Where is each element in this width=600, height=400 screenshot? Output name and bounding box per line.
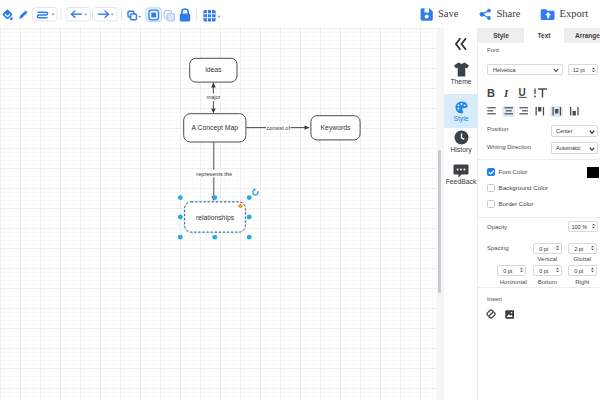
svg-text:U: U bbox=[519, 87, 526, 98]
svg-text:consist of: consist of bbox=[266, 125, 290, 131]
svg-text:I: I bbox=[503, 87, 509, 99]
svg-text:Keywords: Keywords bbox=[321, 124, 351, 132]
svg-text:major: major bbox=[207, 94, 221, 100]
svg-text:relationships: relationships bbox=[196, 214, 235, 222]
svg-text:A Concept Map: A Concept Map bbox=[192, 124, 239, 132]
svg-text:ideas: ideas bbox=[205, 66, 222, 73]
svg-text:represents the: represents the bbox=[196, 171, 232, 177]
svg-text:B: B bbox=[487, 87, 495, 99]
